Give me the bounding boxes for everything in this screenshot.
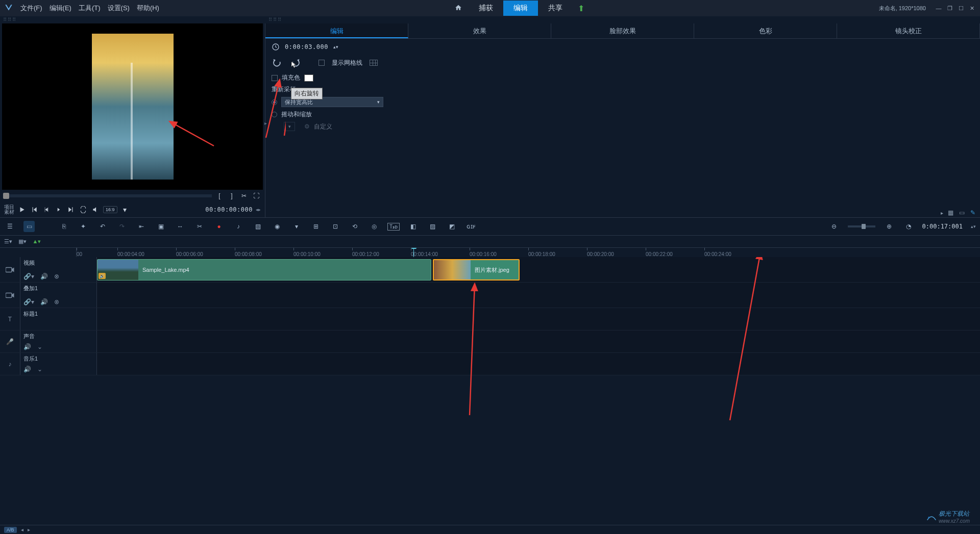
expand-icon[interactable]: ⌄ bbox=[37, 366, 42, 373]
color-icon[interactable]: ◩ bbox=[446, 221, 457, 232]
text3d-icon[interactable]: T₃ᴅ bbox=[388, 221, 399, 232]
music-icon[interactable]: ♪ bbox=[233, 221, 244, 232]
menu-edit[interactable]: 编辑(E) bbox=[50, 4, 71, 13]
trim-left-icon[interactable]: ⇤ bbox=[136, 221, 147, 232]
fill-color-swatch[interactable] bbox=[304, 74, 313, 82]
restore-icon[interactable]: ❐ bbox=[946, 5, 953, 11]
link-icon[interactable]: 🔗▾ bbox=[23, 298, 34, 306]
zoom-in-icon[interactable]: ⊕ bbox=[884, 221, 895, 232]
split-screen-icon[interactable]: ⊞ bbox=[310, 221, 322, 232]
fit-timeline-icon[interactable]: ◔ bbox=[903, 221, 914, 232]
label-material[interactable]: 素材 bbox=[4, 210, 14, 215]
track-title-body[interactable] bbox=[97, 308, 980, 330]
mask-icon[interactable]: ◧ bbox=[407, 221, 419, 232]
transport-timecode[interactable]: 00:00:00:000 bbox=[205, 206, 253, 213]
track-list-icon[interactable]: ☰▾ bbox=[4, 238, 12, 246]
scrub-thumb[interactable] bbox=[3, 193, 9, 199]
settings-icon[interactable]: ▾ bbox=[120, 205, 130, 214]
mode-edit[interactable]: 编辑 bbox=[503, 1, 538, 16]
zoom-slider[interactable] bbox=[848, 225, 875, 227]
transition-icon[interactable]: ▧ bbox=[252, 221, 263, 232]
scrub-track[interactable] bbox=[4, 194, 212, 197]
prev-panel-icon[interactable]: ▸ bbox=[941, 210, 943, 216]
preview-canvas[interactable] bbox=[2, 23, 263, 190]
fill-color-checkbox[interactable] bbox=[272, 75, 278, 81]
mode-share[interactable]: 共享 bbox=[538, 1, 573, 16]
home-icon[interactable] bbox=[448, 1, 469, 16]
upload-icon[interactable]: ⬆ bbox=[573, 4, 590, 13]
record-icon[interactable]: ● bbox=[213, 221, 225, 232]
sound-track-icon[interactable]: 🎤 bbox=[0, 330, 20, 352]
music-track-icon[interactable]: ♪ bbox=[0, 353, 20, 375]
track-video-body[interactable]: Sample_Lake.mp4 🔊 图片素材.jpeg bbox=[97, 257, 980, 282]
track-add-icon[interactable]: ▦▾ bbox=[18, 238, 27, 246]
nav-next-icon[interactable]: ▸ bbox=[28, 527, 30, 532]
undo-icon[interactable]: ↶ bbox=[97, 221, 108, 232]
video-track-icon[interactable] bbox=[0, 257, 20, 282]
mute-icon[interactable]: 🔊 bbox=[40, 298, 48, 306]
clip-audio-icon[interactable]: 🔊 bbox=[99, 273, 106, 279]
subtitle-icon[interactable]: ▾ bbox=[291, 221, 302, 232]
fx-icon[interactable]: ✦ bbox=[78, 221, 89, 232]
preset-dropdown[interactable]: ▾ bbox=[284, 122, 295, 131]
show-grid-checkbox[interactable] bbox=[318, 60, 325, 66]
tab-effects[interactable]: 效果 bbox=[408, 23, 551, 38]
custom-icon[interactable]: ⚙ bbox=[304, 123, 310, 130]
track-sound-body[interactable] bbox=[97, 330, 980, 352]
close-icon[interactable]: ✕ bbox=[969, 5, 976, 11]
fit-icon[interactable]: ▣ bbox=[155, 221, 166, 232]
menu-settings[interactable]: 设置(S) bbox=[108, 4, 130, 13]
title-track-icon[interactable]: T bbox=[0, 308, 20, 330]
minimize-icon[interactable]: — bbox=[935, 5, 942, 11]
mute-icon[interactable]: 🔊 bbox=[23, 343, 31, 350]
zoom-out-icon[interactable]: ⊖ bbox=[828, 221, 840, 232]
storyboard-view-icon[interactable]: ▭ bbox=[23, 221, 35, 232]
track-overlay-body[interactable] bbox=[97, 283, 980, 308]
redo-icon[interactable]: ↷ bbox=[116, 221, 128, 232]
mark-out-icon[interactable]: ] bbox=[227, 191, 236, 200]
drag-handle-left[interactable]: ⠿⠿⠿ bbox=[0, 16, 265, 23]
playhead[interactable] bbox=[413, 248, 414, 257]
multicam-icon[interactable]: ⊡ bbox=[330, 221, 341, 232]
step-back-icon[interactable] bbox=[42, 205, 51, 214]
timeline-ruler[interactable]: 00 00:00:04:00 00:00:06:00 00:00:08:00 0… bbox=[77, 248, 980, 257]
mute-icon[interactable]: 🔊 bbox=[23, 366, 31, 373]
aspect-selector[interactable]: 16:9 bbox=[103, 206, 117, 213]
keep-aspect-radio[interactable] bbox=[272, 99, 277, 105]
chroma-icon[interactable]: ▨ bbox=[427, 221, 438, 232]
copy-icon[interactable]: ⎘ bbox=[58, 221, 69, 232]
split-icon[interactable]: ✂ bbox=[239, 191, 249, 200]
expand-icon[interactable]: ⌄ bbox=[37, 343, 42, 350]
mode-capture[interactable]: 捕获 bbox=[469, 1, 503, 16]
link-icon[interactable]: 🔗▾ bbox=[23, 273, 34, 280]
crop-icon[interactable]: ✂ bbox=[194, 221, 205, 232]
volume-icon[interactable] bbox=[91, 205, 100, 214]
expand-icon[interactable]: ⛶ bbox=[252, 191, 261, 200]
tab-edit[interactable]: 编辑 bbox=[265, 23, 408, 38]
panel-edit-icon[interactable]: ✎ bbox=[969, 209, 977, 216]
menu-tools[interactable]: 工具(T) bbox=[79, 4, 101, 13]
nav-prev-icon[interactable]: ◂ bbox=[21, 527, 23, 532]
rotate-left-icon[interactable] bbox=[272, 57, 283, 68]
lock-icon[interactable]: ⊗ bbox=[54, 298, 59, 306]
sync-icon[interactable]: ⟲ bbox=[349, 221, 360, 232]
pan-zoom-radio[interactable] bbox=[272, 112, 277, 117]
clip-duration[interactable]: 0:00:03.000 bbox=[285, 43, 328, 50]
go-start-icon[interactable] bbox=[30, 205, 39, 214]
lock-icon[interactable]: ⊗ bbox=[54, 273, 59, 280]
track-marker-icon[interactable]: ▲▾ bbox=[33, 238, 41, 246]
maximize-icon[interactable]: ☐ bbox=[958, 5, 965, 11]
clip-image[interactable]: 图片素材.jpeg bbox=[433, 259, 520, 281]
ab-tag[interactable]: A/B bbox=[4, 527, 17, 533]
tab-face-effects[interactable]: 脸部效果 bbox=[551, 23, 694, 38]
grid-icon[interactable] bbox=[370, 60, 378, 66]
mute-icon[interactable]: 🔊 bbox=[40, 273, 48, 280]
menu-help[interactable]: 帮助(H) bbox=[137, 4, 159, 13]
mark-in-icon[interactable]: [ bbox=[215, 191, 224, 200]
menu-file[interactable]: 文件(F) bbox=[20, 4, 42, 13]
tab-lens[interactable]: 镜头校正 bbox=[837, 23, 980, 38]
gif-icon[interactable]: ɢɪꜰ bbox=[465, 221, 477, 232]
track-music-body[interactable] bbox=[97, 353, 980, 375]
clip-video[interactable]: Sample_Lake.mp4 🔊 bbox=[97, 259, 431, 281]
rotate-right-icon[interactable] bbox=[290, 57, 301, 68]
